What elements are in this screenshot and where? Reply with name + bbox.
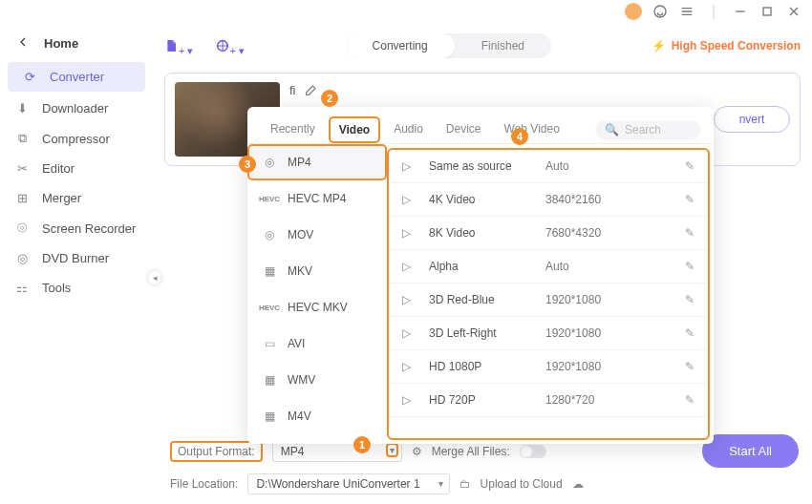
sidebar-item-label: Compressor [42,132,110,146]
film-icon: ▦ [261,262,278,280]
resolution-size: 3840*2160 [545,193,631,206]
start-all-button[interactable]: Start All [702,434,799,468]
format-label: AVI [288,337,305,350]
output-format-value: MP4 [281,445,305,458]
resolution-item[interactable]: ▷4K Video3840*2160✎ [389,183,708,217]
add-file-button[interactable]: + ▾ [164,38,194,53]
resolution-size: 7680*4320 [545,226,631,240]
annotation-3: 3 [239,156,256,173]
format-search[interactable]: 🔍Search [595,120,700,139]
format-dropdown: Recently Video Audio Device Web Video 🔍S… [247,107,714,444]
add-url-button[interactable]: + ▾ [215,38,245,53]
merge-label: Merge All Files: [432,445,510,458]
format-item-mov[interactable]: ◎MOV [247,217,387,253]
sidebar-collapse[interactable]: ◂ [148,271,161,284]
home-link[interactable]: Home [0,27,153,60]
folder-icon[interactable]: 🗀 [459,477,471,491]
cloud-icon[interactable]: ☁ [572,477,584,491]
play-icon: ▷ [402,226,419,240]
sidebar-item-compressor[interactable]: ⧉Compressor [0,123,153,154]
sidebar-item-screen-recorder[interactable]: ⦾Screen Recorder [0,213,153,243]
tab-video[interactable]: Video [329,116,380,143]
chevron-down-icon: ▾ [438,478,443,489]
record-icon: ⦾ [13,220,31,236]
edit-icon[interactable]: ✎ [685,226,694,240]
format-item-m4v[interactable]: ▦M4V [247,398,387,434]
resolution-size: Auto [545,159,631,173]
sidebar-item-merger[interactable]: ⊞Merger [0,183,153,213]
edit-icon[interactable]: ✎ [685,293,694,306]
play-icon: ▷ [402,393,419,407]
high-speed-badge[interactable]: ⚡High Speed Conversion [652,39,801,52]
support-icon[interactable] [652,3,669,20]
minimize-icon[interactable] [732,3,749,20]
sidebar-item-editor[interactable]: ✂Editor [0,154,153,183]
edit-icon[interactable]: ✎ [685,193,694,206]
format-item-hevc-mkv[interactable]: HEVCHEVC MKV [247,289,387,326]
svg-rect-1 [763,8,771,15]
menu-icon[interactable] [678,3,695,20]
divider: | [705,3,722,20]
download-icon: ⬇ [13,101,31,116]
convert-button[interactable]: nvert [714,106,790,133]
edit-icon[interactable]: ✎ [685,360,694,373]
annotation-1: 1 [353,436,371,453]
tabs-segmented: Converting Finished [346,33,551,58]
sidebar-item-converter[interactable]: ⟳Converter [8,62,145,92]
gear-icon[interactable]: ⚙ [412,445,422,458]
format-label: HEVC MP4 [288,192,346,205]
resolution-item[interactable]: ▷HD 1080P1920*1080✎ [389,350,708,384]
resolution-item[interactable]: ▷Same as sourceAuto✎ [389,150,708,183]
resolution-size: 1280*720 [545,393,631,407]
tab-recently[interactable]: Recently [261,116,325,143]
sidebar: Home ⟳Converter ⬇Downloader ⧉Compressor … [0,23,153,504]
file-location-select[interactable]: D:\Wondershare UniConverter 1▾ [247,473,449,494]
tab-device[interactable]: Device [437,116,491,143]
edit-icon[interactable]: ✎ [685,326,694,340]
tab-converting[interactable]: Converting [346,33,455,58]
format-item-mp4[interactable]: ◎MP4 [247,144,387,180]
hevc-icon: HEVC [261,190,278,207]
close-icon[interactable] [785,3,802,20]
avatar[interactable] [625,3,642,20]
maximize-icon[interactable] [759,3,776,20]
sidebar-item-dvd-burner[interactable]: ◎DVD Burner [0,243,153,273]
resolution-item[interactable]: ▷8K Video7680*4320✎ [389,217,708,250]
window-icon: ▭ [261,335,278,352]
edit-icon[interactable]: ✎ [685,260,694,273]
titlebar: | [0,0,812,23]
chevron-left-icon [15,34,31,52]
file-location-label: File Location: [170,477,238,491]
rename-icon[interactable] [304,82,319,97]
format-item-mkv[interactable]: ▦MKV [247,253,387,289]
format-item-avi[interactable]: ▭AVI [247,326,387,362]
resolution-item[interactable]: ▷HD 720P1280*720✎ [389,384,708,417]
edit-icon[interactable]: ✎ [685,159,694,173]
resolution-item[interactable]: ▷AlphaAuto✎ [389,250,708,284]
sidebar-item-tools[interactable]: ⚏Tools [0,273,153,303]
resolution-name: Alpha [419,260,545,273]
chevron-down-icon: ▾ [386,443,398,457]
format-label: HEVC MKV [288,301,348,314]
format-item-wmv[interactable]: ▦WMV [247,362,387,398]
sidebar-item-downloader[interactable]: ⬇Downloader [0,94,153,123]
merge-icon: ⊞ [13,191,31,205]
resolution-item[interactable]: ▷3D Left-Right1920*1080✎ [389,317,708,350]
sidebar-item-label: Screen Recorder [42,221,136,236]
converter-icon: ⟳ [21,70,38,84]
sidebar-item-label: Downloader [42,101,108,116]
edit-icon[interactable]: ✎ [685,393,694,407]
bolt-icon: ⚡ [652,39,666,52]
merge-toggle[interactable] [520,445,546,458]
sidebar-item-label: Merger [42,191,81,205]
tab-finished[interactable]: Finished [455,33,551,58]
upload-label: Upload to Cloud [481,477,563,491]
resolution-name: Same as source [419,159,545,173]
format-item-hevc-mp4[interactable]: HEVCHEVC MP4 [247,180,387,217]
tab-audio[interactable]: Audio [384,116,433,143]
sidebar-item-label: Tools [42,281,71,295]
disc-icon: ◎ [13,251,31,265]
sidebar-item-label: Editor [42,161,75,176]
resolution-item[interactable]: ▷3D Red-Blue1920*1080✎ [389,284,708,317]
tab-web-video[interactable]: Web Video [495,116,569,143]
